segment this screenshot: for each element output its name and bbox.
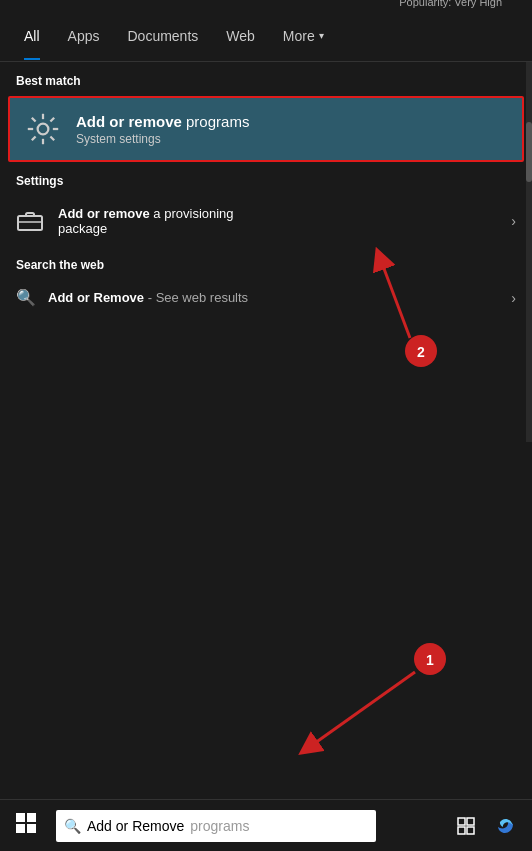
- tab-bar: All Apps Documents Web More ▾: [0, 10, 532, 62]
- scrollbar-track: [526, 62, 532, 442]
- search-web-label: Search the web: [0, 246, 532, 280]
- svg-line-8: [32, 136, 36, 140]
- settings-label: Settings: [0, 162, 532, 196]
- taskbar-search-box[interactable]: 🔍 Add or Remove programs: [56, 810, 376, 842]
- svg-rect-20: [27, 824, 36, 833]
- settings-item[interactable]: Add or remove a provisioningpackage ›: [0, 196, 532, 246]
- chevron-right-icon: ›: [511, 213, 516, 229]
- settings-icon: [16, 210, 44, 232]
- svg-point-14: [414, 643, 446, 675]
- gear-icon: [24, 110, 62, 148]
- svg-text:1: 1: [426, 652, 434, 668]
- svg-line-16: [308, 672, 415, 748]
- svg-rect-18: [27, 813, 36, 822]
- taskbar-search-icon: 🔍: [64, 818, 81, 834]
- svg-rect-23: [458, 827, 465, 834]
- tab-web[interactable]: Web: [212, 12, 269, 60]
- svg-rect-19: [16, 824, 25, 833]
- search-placeholder-text: programs: [190, 818, 249, 834]
- windows-icon: [16, 813, 36, 838]
- svg-text:2: 2: [417, 344, 425, 360]
- svg-rect-24: [467, 827, 474, 834]
- best-match-text: Add or remove programs System settings: [76, 113, 249, 146]
- best-match-item[interactable]: Add or remove programs System settings: [8, 96, 524, 162]
- taskbar-right-icons: [448, 808, 532, 844]
- web-item-text: Add or Remove - See web results: [48, 290, 248, 305]
- top-strip: Popularity: Very High: [0, 0, 532, 10]
- svg-rect-22: [467, 818, 474, 825]
- svg-rect-17: [16, 813, 25, 822]
- tab-more[interactable]: More ▾: [269, 12, 338, 60]
- task-view-button[interactable]: [448, 808, 484, 844]
- edge-browser-button[interactable]: [488, 808, 524, 844]
- popularity-label: Popularity: Very High: [399, 0, 502, 8]
- settings-item-left: Add or remove a provisioningpackage: [16, 206, 234, 236]
- tab-all[interactable]: All: [10, 12, 54, 60]
- svg-point-11: [405, 335, 437, 367]
- svg-line-7: [50, 118, 54, 122]
- chevron-down-icon: ▾: [319, 30, 324, 41]
- taskbar: 🔍 Add or Remove programs: [0, 799, 532, 851]
- svg-line-5: [32, 118, 36, 122]
- svg-rect-9: [18, 216, 42, 230]
- tab-documents[interactable]: Documents: [113, 12, 212, 60]
- chevron-right-web-icon: ›: [511, 290, 516, 306]
- search-filled-text: Add or Remove: [87, 818, 184, 834]
- settings-item-text: Add or remove a provisioningpackage: [58, 206, 234, 236]
- tab-apps[interactable]: Apps: [54, 12, 114, 60]
- best-match-label: Best match: [0, 62, 532, 96]
- svg-line-6: [50, 136, 54, 140]
- svg-point-0: [38, 124, 49, 135]
- search-icon: 🔍: [16, 288, 36, 307]
- web-search-item[interactable]: 🔍 Add or Remove - See web results ›: [0, 280, 532, 315]
- web-item-left: 🔍 Add or Remove - See web results: [16, 288, 248, 307]
- start-button[interactable]: [0, 800, 52, 852]
- svg-rect-21: [458, 818, 465, 825]
- scrollbar-thumb[interactable]: [526, 122, 532, 182]
